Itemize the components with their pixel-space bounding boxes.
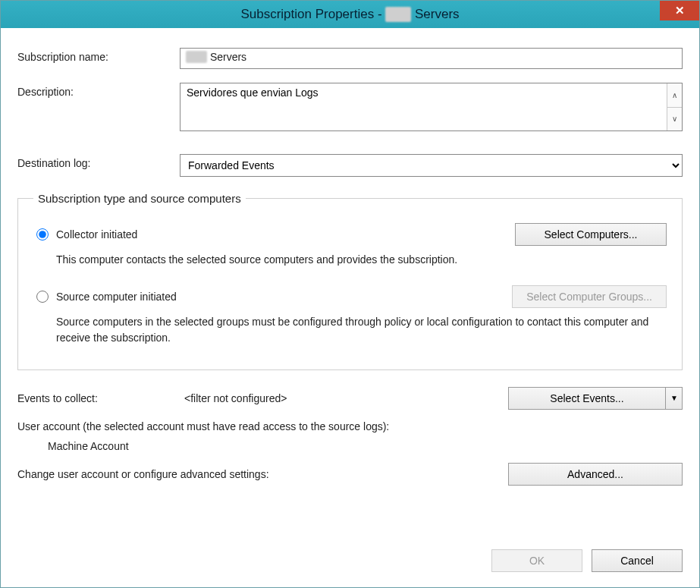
scroll-down-icon[interactable]: ∨ — [667, 108, 682, 131]
title-prefix: Subscription Properties - — [240, 7, 385, 21]
collector-initiated-radio[interactable] — [36, 228, 49, 241]
change-settings-label: Change user account or configure advance… — [17, 468, 504, 480]
collector-initiated-label[interactable]: Collector initiated — [56, 228, 137, 241]
collector-initiated-desc: This computer contacts the selected sour… — [56, 252, 667, 267]
scroll-up-icon[interactable]: ∧ — [667, 83, 682, 108]
chevron-down-icon: ▼ — [670, 394, 678, 402]
ok-button: OK — [491, 549, 582, 572]
destination-log-select[interactable]: Forwarded Events — [180, 154, 683, 177]
user-account-value: Machine Account — [48, 440, 683, 452]
filter-status-text: <filter not configured> — [184, 392, 504, 404]
description-field-wrap: ∧ ∨ — [180, 83, 683, 131]
select-events-splitbutton: Select Events... ▼ — [508, 387, 683, 410]
select-computer-groups-button: Select Computer Groups... — [512, 285, 667, 308]
window-title: Subscription Properties - xxxx Servers — [240, 7, 459, 22]
events-to-collect-label: Events to collect: — [17, 392, 180, 404]
source-initiated-label[interactable]: Source computer initiated — [56, 291, 177, 303]
dialog-body: Subscription name: xxxx Servers Descript… — [1, 28, 699, 537]
close-button[interactable]: ✕ — [660, 1, 699, 20]
description-scroll: ∧ ∨ — [667, 83, 682, 130]
select-computers-button[interactable]: Select Computers... — [515, 223, 667, 246]
group-legend: Subscription type and source computers — [33, 192, 246, 205]
advanced-button[interactable]: Advanced... — [508, 463, 683, 486]
dialog-footer: OK Cancel — [1, 537, 699, 587]
destination-log-label: Destination log: — [17, 154, 180, 169]
subscription-name-label: Subscription name: — [17, 48, 180, 63]
cancel-button[interactable]: Cancel — [592, 549, 683, 572]
source-initiated-desc: Source computers in the selected groups … — [56, 314, 667, 345]
titlebar: Subscription Properties - xxxx Servers ✕ — [1, 1, 699, 28]
select-events-button[interactable]: Select Events... — [508, 387, 666, 410]
title-redacted: xxxx — [385, 7, 411, 22]
title-suffix: Servers — [411, 7, 459, 21]
source-initiated-radio[interactable] — [36, 291, 49, 303]
select-events-dropdown[interactable]: ▼ — [666, 387, 683, 410]
dialog-window: Subscription Properties - xxxx Servers ✕… — [0, 0, 700, 588]
close-icon: ✕ — [675, 4, 685, 17]
description-label: Description: — [17, 83, 180, 98]
user-account-line: User account (the selected account must … — [17, 420, 683, 432]
subscription-type-group: Subscription type and source computers C… — [17, 192, 683, 370]
description-textarea[interactable] — [180, 83, 667, 130]
subscription-name-input[interactable] — [180, 48, 683, 69]
